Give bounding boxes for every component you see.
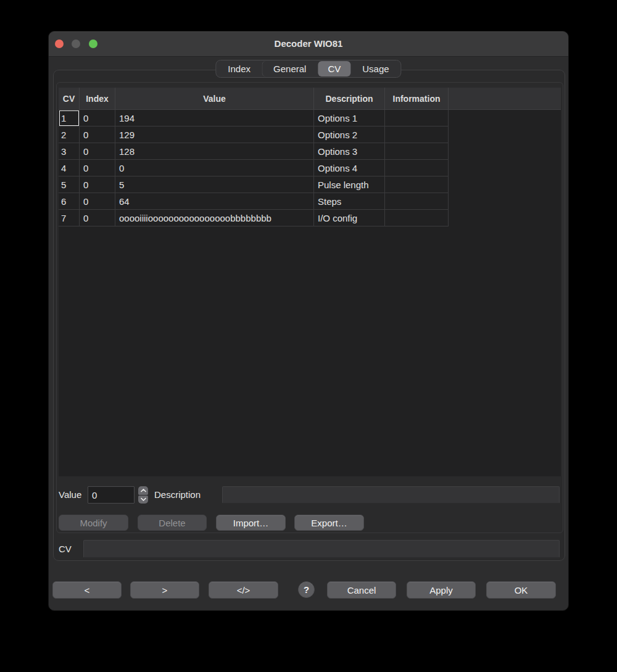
tab-cv[interactable]: CV — [318, 61, 350, 77]
column-header-description[interactable]: Description — [314, 88, 385, 109]
cv-input[interactable] — [83, 540, 560, 558]
column-header-index[interactable]: Index — [80, 88, 115, 109]
decoder-window: Decoder WIO81 IndexGeneralCVUsage CVInde… — [48, 31, 569, 611]
table-cell[interactable]: 0 — [115, 160, 314, 176]
table-cell[interactable]: Options 2 — [314, 127, 385, 143]
stepper-up-button[interactable] — [138, 486, 148, 495]
table-cell[interactable]: 1 — [59, 110, 80, 127]
table-cell[interactable] — [385, 176, 449, 193]
table-cell[interactable]: 0 — [80, 127, 115, 143]
table-row[interactable]: 400Options 4 — [59, 160, 561, 176]
value-label: Value — [59, 486, 81, 504]
table-cell[interactable]: Options 4 — [314, 160, 385, 176]
value-input[interactable] — [88, 486, 135, 504]
table-cell[interactable] — [385, 143, 449, 160]
table-cell[interactable] — [385, 160, 449, 176]
table-cell[interactable]: Pulse length — [314, 176, 385, 193]
description-input[interactable] — [222, 486, 560, 504]
table-cell[interactable]: 129 — [115, 127, 314, 143]
cv-table[interactable]: CVIndexValueDescriptionInformation 10194… — [59, 88, 561, 476]
table-row[interactable]: 10194Options 1 — [59, 110, 561, 127]
cv-label: CV — [59, 541, 72, 558]
table-cell[interactable]: 4 — [59, 160, 80, 176]
table-cell[interactable]: Steps — [314, 193, 385, 210]
column-header-information[interactable]: Information — [385, 88, 449, 109]
table-row[interactable]: 20129Options 2 — [59, 127, 561, 143]
window-title: Decoder WIO81 — [49, 31, 568, 56]
table-cell[interactable]: 5 — [59, 176, 80, 193]
table-cell[interactable]: I/O config — [314, 210, 385, 226]
table-cell[interactable]: 0 — [80, 193, 115, 210]
next-button[interactable]: > — [130, 581, 199, 599]
tab-usage[interactable]: Usage — [351, 61, 400, 77]
table-cell[interactable]: 64 — [115, 193, 314, 210]
delete-button: Delete — [138, 515, 207, 531]
table-cell[interactable]: 0 — [80, 160, 115, 176]
column-header-value[interactable]: Value — [115, 88, 314, 109]
table-cell[interactable]: 194 — [115, 110, 314, 127]
table-cell[interactable]: 2 — [59, 127, 80, 143]
export-button[interactable]: Export… — [294, 515, 364, 531]
apply-button[interactable]: Apply — [407, 581, 476, 599]
table-cell[interactable]: 6 — [59, 193, 80, 210]
table-cell[interactable] — [385, 110, 449, 127]
code-button[interactable]: </> — [209, 581, 278, 599]
table-cell[interactable]: 0 — [80, 143, 115, 160]
table-row[interactable]: 6064Steps — [59, 193, 561, 210]
import-button[interactable]: Import… — [216, 515, 286, 531]
table-row[interactable]: 70ooooiiiioooooooooooooooobbbbbbbbI/O co… — [59, 210, 561, 226]
cv-tab-panel: CVIndexValueDescriptionInformation 10194… — [53, 70, 565, 561]
table-cell[interactable]: 128 — [115, 143, 314, 160]
chevron-up-icon — [141, 489, 146, 492]
description-label: Description — [154, 486, 201, 504]
table-cell[interactable]: Options 1 — [314, 110, 385, 127]
cancel-button[interactable]: Cancel — [327, 581, 396, 599]
ok-button[interactable]: OK — [486, 581, 556, 599]
table-cell[interactable]: 0 — [80, 176, 115, 193]
table-cell[interactable]: 0 — [80, 110, 115, 127]
table-body: 10194Options 120129Options 230128Options… — [59, 110, 561, 226]
table-cell[interactable] — [385, 210, 449, 226]
table-row[interactable]: 30128Options 3 — [59, 143, 561, 160]
table-cell[interactable] — [385, 127, 449, 143]
modify-button: Modify — [59, 515, 128, 531]
tab-index[interactable]: Index — [217, 61, 262, 77]
tab-bar: IndexGeneralCVUsage — [215, 60, 401, 78]
prev-button[interactable]: < — [52, 581, 122, 599]
column-header-cv[interactable]: CV — [59, 88, 80, 109]
titlebar[interactable]: Decoder WIO81 — [49, 31, 568, 57]
value-stepper — [138, 486, 148, 504]
table-cell[interactable]: 3 — [59, 143, 80, 160]
column-header-filler — [449, 88, 561, 109]
table-cell[interactable] — [385, 193, 449, 210]
table-cell[interactable]: 0 — [80, 210, 115, 226]
help-button[interactable]: ? — [298, 581, 315, 598]
tab-general[interactable]: General — [262, 61, 317, 77]
stepper-down-button[interactable] — [138, 496, 148, 504]
table-cell[interactable]: Options 3 — [314, 143, 385, 160]
table-cell[interactable]: 5 — [115, 176, 314, 193]
table-header: CVIndexValueDescriptionInformation — [59, 88, 561, 110]
chevron-down-icon — [141, 497, 146, 501]
table-cell[interactable]: ooooiiiioooooooooooooooobbbbbbbb — [115, 210, 314, 226]
desktop: Decoder WIO81 IndexGeneralCVUsage CVInde… — [0, 0, 617, 672]
table-cell[interactable]: 7 — [59, 210, 80, 226]
table-row[interactable]: 505Pulse length — [59, 176, 561, 193]
